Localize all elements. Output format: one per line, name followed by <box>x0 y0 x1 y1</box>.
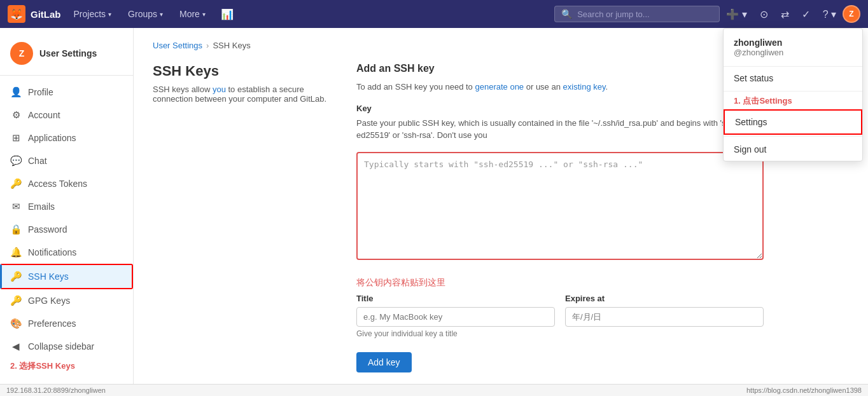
logo-text: GitLab <box>31 9 61 20</box>
email-icon: ✉ <box>10 201 22 212</box>
sidebar-item-label: Preferences <box>28 318 76 329</box>
nav-plus-icon[interactable]: ➕ ▾ <box>720 4 753 24</box>
token-icon: 🔑 <box>10 178 22 189</box>
paste-hint: 将公钥内容粘贴到这里 <box>356 272 764 294</box>
sidebar-item-label: Notifications <box>28 247 76 257</box>
sidebar-item-ssh-keys[interactable]: 🔑 SSH Keys <box>0 264 133 289</box>
nav-issues-icon[interactable]: ⊙ <box>753 4 774 24</box>
status-bar-right: https://blog.csdn.net/zhongliwen1398 <box>746 386 862 394</box>
sidebar-item-gpg-keys[interactable]: 🔑 GPG Keys <box>0 289 133 312</box>
sidebar-item-label: Emails <box>28 201 55 212</box>
sidebar-item-label: Password <box>28 224 67 235</box>
sidebar-item-label: Chat <box>28 156 47 166</box>
dropdown-set-status[interactable]: Set status <box>724 67 862 90</box>
title-group: Title Give your individual key a title <box>356 294 555 338</box>
key-field-label: Key <box>356 104 764 113</box>
sidebar-item-access-tokens[interactable]: 🔑 Access Tokens <box>0 172 133 195</box>
sidebar-item-emails[interactable]: ✉ Emails <box>0 195 133 218</box>
sidebar-title: User Settings <box>39 48 97 58</box>
step2-annotation: 2. 选择SSH Keys <box>10 360 133 372</box>
expires-input[interactable] <box>565 307 764 327</box>
existing-key-link[interactable]: existing key <box>563 82 606 92</box>
search-icon: 🔍 <box>561 9 572 19</box>
logo-icon: 🦊 <box>8 5 25 23</box>
nav-todo-icon[interactable]: ✓ <box>795 4 816 24</box>
sidebar-item-label: GPG Keys <box>28 296 70 306</box>
dropdown-handle: @zhongliwen <box>734 48 852 57</box>
status-bar: 192.168.31.20:8899/zhongliwen https://bl… <box>0 384 868 396</box>
title-expires-row: Title Give your individual key a title E… <box>356 294 764 338</box>
sidebar-item-label: Account <box>28 110 60 120</box>
breadcrumb-parent[interactable]: User Settings <box>153 41 202 50</box>
add-ssh-section-title: Add an SSH key <box>356 63 764 74</box>
sidebar-item-label: Profile <box>28 87 53 97</box>
applications-icon: ⊞ <box>10 132 22 144</box>
collapse-icon: ◀ <box>10 341 22 352</box>
search-box[interactable]: 🔍 <box>554 6 720 22</box>
expires-label: Expires at <box>565 294 764 303</box>
top-navigation: 🦊 GitLab Projects ▾ Groups ▾ More ▾ 📊 🔍 … <box>0 0 868 28</box>
breadcrumb-separator: › <box>206 41 209 50</box>
sidebar-item-account[interactable]: ⚙ Account <box>0 104 133 126</box>
title-input[interactable] <box>356 307 555 327</box>
key-description: Paste your public SSH key, which is usua… <box>356 117 764 142</box>
chevron-down-icon: ▾ <box>108 11 111 18</box>
nav-items: Projects ▾ Groups ▾ More ▾ 📊 <box>66 4 240 24</box>
generate-one-link[interactable]: generate one <box>475 82 524 92</box>
user-dropdown-menu: zhongliwen @zhongliwen Set status 1. 点击S… <box>723 28 863 161</box>
dropdown-username: zhongliwen <box>734 38 852 48</box>
profile-icon: 👤 <box>10 86 22 98</box>
chat-icon: 💬 <box>10 155 22 167</box>
nav-more[interactable]: More ▾ <box>172 5 213 23</box>
password-icon: 🔒 <box>10 224 22 235</box>
step1-annotation: 1. 点击Settings <box>724 93 862 109</box>
title-hint: Give your individual key a title <box>356 329 555 338</box>
sidebar-item-collapse[interactable]: ◀ Collapse sidebar <box>0 335 133 358</box>
sidebar-avatar: Z <box>10 42 33 65</box>
user-avatar[interactable]: Z <box>843 5 860 23</box>
sidebar: Z User Settings 👤 Profile ⚙ Account ⊞ Ap… <box>0 28 134 396</box>
key-textarea[interactable] <box>356 152 764 260</box>
notifications-icon: 🔔 <box>10 247 22 258</box>
step2-label: 2. 选择SSH Keys <box>10 361 75 371</box>
breadcrumb-current: SSH Keys <box>213 41 250 50</box>
chevron-down-icon: ▾ <box>160 11 163 18</box>
sidebar-item-label: SSH Keys <box>28 271 69 282</box>
page-description: SSH keys allow you to establish a secure… <box>153 85 331 104</box>
left-column: SSH Keys SSH keys allow you to establish… <box>153 63 331 372</box>
key-field-wrapper: 将公钥内容粘贴到这里 <box>356 152 764 294</box>
nav-projects[interactable]: Projects ▾ <box>66 5 120 23</box>
preferences-icon: 🎨 <box>10 318 22 329</box>
gitlab-logo[interactable]: 🦊 GitLab <box>8 5 61 23</box>
sidebar-item-applications[interactable]: ⊞ Applications <box>0 126 133 149</box>
sidebar-item-profile[interactable]: 👤 Profile <box>0 81 133 104</box>
dropdown-divider2 <box>724 136 862 137</box>
add-key-button[interactable]: Add key <box>356 352 412 372</box>
sidebar-item-label: Applications <box>28 133 76 143</box>
search-input[interactable] <box>577 10 713 19</box>
sidebar-item-chat[interactable]: 💬 Chat <box>0 149 133 172</box>
sidebar-item-password[interactable]: 🔒 Password <box>0 218 133 241</box>
nav-help-icon[interactable]: ? ▾ <box>816 4 843 24</box>
dropdown-divider <box>724 91 862 92</box>
right-column: Add an SSH key To add an SSH key you nee… <box>356 63 764 372</box>
you-link[interactable]: you <box>213 85 226 94</box>
nav-activity-icon[interactable]: 📊 <box>214 4 240 24</box>
sidebar-item-notifications[interactable]: 🔔 Notifications <box>0 241 133 264</box>
sidebar-item-preferences[interactable]: 🎨 Preferences <box>0 312 133 335</box>
gpg-key-icon: 🔑 <box>10 295 22 306</box>
page-title: SSH Keys <box>153 63 331 79</box>
status-bar-left: 192.168.31.20:8899/zhongliwen <box>6 386 106 394</box>
nav-groups[interactable]: Groups ▾ <box>120 5 171 23</box>
sidebar-header: Z User Settings <box>0 34 133 76</box>
sidebar-item-label: Access Tokens <box>28 179 87 189</box>
dropdown-settings[interactable]: Settings <box>724 109 862 135</box>
sidebar-item-label: Collapse sidebar <box>28 341 94 352</box>
nav-merge-icon[interactable]: ⇄ <box>774 4 795 24</box>
add-ssh-description: To add an SSH key you need to generate o… <box>356 81 764 93</box>
ssh-key-icon: 🔑 <box>10 271 22 282</box>
account-icon: ⚙ <box>10 109 22 121</box>
expires-group: Expires at <box>565 294 764 338</box>
chevron-down-icon: ▾ <box>202 11 206 18</box>
dropdown-sign-out[interactable]: Sign out <box>724 138 862 161</box>
